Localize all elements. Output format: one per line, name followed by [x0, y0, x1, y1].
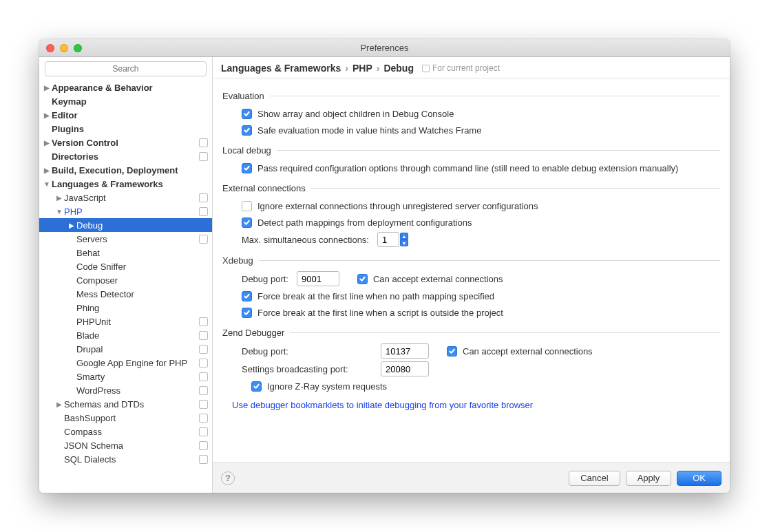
tree-item-label: Google App Engine for PHP — [76, 358, 187, 368]
max-conn-label: Max. simultaneous connections: — [242, 235, 369, 245]
stepper-down-icon[interactable]: ▼ — [400, 240, 408, 246]
tree-item[interactable]: ▶Mess Detector — [39, 287, 212, 301]
chevron-right-icon: ▶ — [43, 111, 50, 119]
tree-item[interactable]: ▶Smarty — [39, 370, 212, 383]
tree-item[interactable]: ▶Version Control — [39, 136, 212, 149]
opt-ignore-external[interactable]: Ignore external connections through unre… — [222, 198, 720, 214]
tree-item[interactable]: ▼PHP — [39, 204, 212, 218]
tree-item[interactable]: ▶Directories — [39, 149, 212, 163]
tree-item[interactable]: ▶Keymap — [39, 94, 212, 108]
tree-item[interactable]: ▶Composer — [39, 273, 212, 287]
help-button[interactable]: ? — [221, 471, 235, 485]
tree-item[interactable]: ▶WordPress — [39, 383, 212, 397]
project-scope-icon — [199, 414, 208, 423]
project-scope-icon — [199, 138, 208, 147]
tree-item-label: PHPUnit — [76, 317, 111, 327]
tree-item[interactable]: ▶Debug — [39, 218, 212, 232]
section-external: External connections — [222, 183, 720, 193]
chevron-right-icon: ▶ — [43, 167, 50, 174]
project-scope-icon — [199, 427, 208, 436]
tree-item[interactable]: ▶SQL Dialects — [39, 452, 212, 466]
tree-item-label: Directories — [52, 151, 98, 162]
form-area: Evaluation Show array and object childre… — [213, 81, 730, 462]
opt-force-break-outside[interactable]: Force break at the first line when a scr… — [222, 304, 720, 321]
checkbox-unchecked-icon[interactable] — [242, 201, 252, 211]
project-scope-icon — [199, 193, 208, 202]
chevron-right-icon: ▶ — [68, 222, 75, 229]
apply-button[interactable]: Apply — [626, 471, 672, 486]
tree-item[interactable]: ▶Code Sniffer — [39, 259, 212, 273]
checkbox-checked-icon[interactable] — [357, 274, 368, 284]
max-conn-input[interactable] — [377, 232, 399, 247]
main-panel: Languages & Frameworks › PHP › Debug For… — [213, 57, 730, 493]
opt-pass-config[interactable]: Pass required configuration options thro… — [222, 160, 720, 176]
checkbox-checked-icon[interactable] — [242, 291, 252, 301]
zend-bc-label: Settings broadcasting port: — [242, 364, 372, 374]
cancel-button[interactable]: Cancel — [569, 471, 620, 486]
project-scope-icon — [199, 372, 208, 381]
scope-label: For current project — [432, 63, 500, 73]
tree-item[interactable]: ▶BashSupport — [39, 411, 212, 425]
tree-item[interactable]: ▶JavaScript — [39, 191, 212, 204]
breadcrumb-leaf: Debug — [383, 63, 414, 74]
row-zend-port: Debug port: Can accept external connecti… — [222, 342, 720, 360]
tree-item-label: Drupal — [76, 344, 103, 354]
tree-item-label: Code Sniffer — [76, 262, 126, 272]
tree-item[interactable]: ▶JSON Schema — [39, 438, 212, 452]
chevron-right-icon: ▶ — [56, 401, 63, 408]
zend-accept-label: Can accept external connections — [463, 346, 593, 357]
section-xdebug: Xdebug — [222, 255, 720, 266]
settings-tree[interactable]: ▶Appearance & Behavior▶Keymap▶Editor▶Plu… — [39, 81, 212, 493]
chevron-down-icon: ▼ — [43, 180, 50, 188]
opt-show-array-children[interactable]: Show array and object children in Debug … — [222, 105, 720, 122]
checkbox-checked-icon[interactable] — [242, 163, 252, 173]
zend-port-input[interactable] — [381, 343, 429, 359]
opt-force-break-nomap[interactable]: Force break at the first line when no pa… — [222, 288, 720, 304]
separator — [213, 78, 730, 78]
checkbox-checked-icon[interactable] — [242, 217, 252, 228]
breadcrumb-separator: › — [345, 63, 348, 74]
opt-ignore-zray[interactable]: Ignore Z-Ray system requests — [222, 378, 720, 394]
tree-item[interactable]: ▶Schemas and DTDs — [39, 397, 212, 411]
opt-detect-mappings[interactable]: Detect path mappings from deployment con… — [222, 214, 720, 231]
tree-item[interactable]: ▶Phing — [39, 301, 212, 315]
stepper-up-icon[interactable]: ▲ — [400, 233, 408, 240]
chevron-right-icon: ▶ — [56, 194, 63, 202]
tree-item[interactable]: ▶Appearance & Behavior — [39, 81, 212, 94]
checkbox-checked-icon[interactable] — [242, 125, 252, 136]
checkbox-checked-icon[interactable] — [242, 109, 252, 119]
zend-bc-input[interactable] — [381, 361, 429, 376]
tree-item-label: Editor — [52, 110, 78, 120]
max-conn-stepper[interactable]: ▲▼ — [377, 232, 408, 247]
chevron-right-icon: ▶ — [43, 139, 50, 147]
breadcrumb-separator: › — [377, 63, 380, 74]
titlebar: Preferences — [39, 39, 730, 57]
checkbox-checked-icon[interactable] — [447, 346, 457, 357]
tree-item[interactable]: ▶Editor — [39, 108, 212, 122]
tree-item[interactable]: ▶Compass — [39, 425, 212, 438]
breadcrumb: Languages & Frameworks › PHP › Debug For… — [213, 57, 730, 78]
tree-item[interactable]: ▶Drupal — [39, 342, 212, 356]
stepper[interactable]: ▲▼ — [400, 232, 408, 247]
xdebug-port-input[interactable] — [297, 271, 339, 286]
tree-item[interactable]: ▶Servers — [39, 232, 212, 246]
checkbox-checked-icon[interactable] — [242, 308, 252, 318]
tree-item[interactable]: ▶Blade — [39, 328, 212, 342]
section-local-debug: Local debug — [222, 145, 720, 156]
tree-item-label: Behat — [76, 248, 100, 258]
tree-item[interactable]: ▶PHPUnit — [39, 315, 212, 328]
project-scope-icon — [199, 359, 208, 368]
bookmarklets-link[interactable]: Use debugger bookmarklets to initiate de… — [222, 394, 720, 410]
tree-item[interactable]: ▶Google App Engine for PHP — [39, 356, 212, 370]
search-input[interactable] — [45, 61, 207, 76]
search-container — [39, 57, 212, 81]
opt-safe-eval[interactable]: Safe evaluation mode in value hints and … — [222, 122, 720, 138]
tree-item-label: JavaScript — [64, 193, 106, 203]
tree-item-label: Composer — [76, 275, 118, 286]
tree-item[interactable]: ▶Plugins — [39, 122, 212, 136]
ok-button[interactable]: OK — [677, 471, 721, 486]
tree-item[interactable]: ▶Build, Execution, Deployment — [39, 163, 212, 177]
tree-item[interactable]: ▶Behat — [39, 246, 212, 259]
checkbox-checked-icon[interactable] — [251, 381, 262, 392]
tree-item[interactable]: ▼Languages & Frameworks — [39, 177, 212, 191]
